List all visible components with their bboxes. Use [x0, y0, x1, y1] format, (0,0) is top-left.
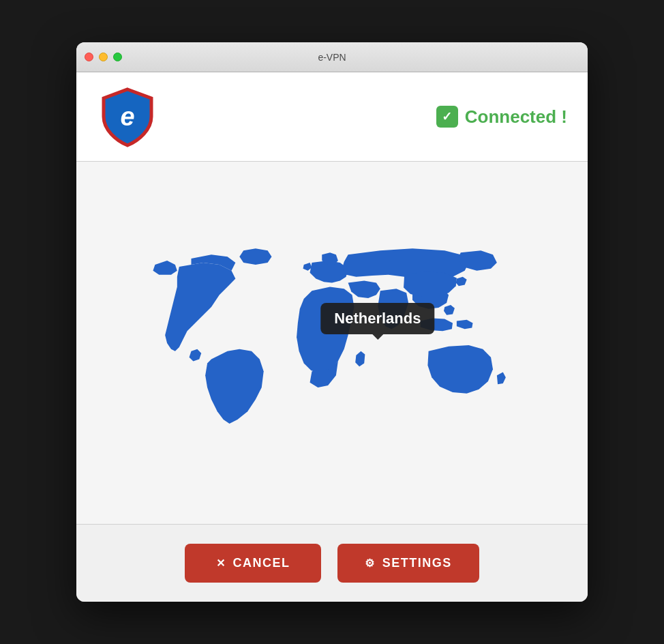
app-window: e-VPN e ✓ Connected !	[76, 42, 588, 602]
svg-text:e: e	[120, 102, 134, 131]
title-bar: e-VPN	[76, 42, 588, 72]
map-container: Netherlands	[90, 175, 574, 510]
status-badge: ✓	[436, 106, 458, 128]
window-title: e-VPN	[318, 52, 346, 63]
settings-button[interactable]: ⚙ SETTINGS	[337, 544, 479, 583]
status-text: Connected !	[465, 106, 567, 128]
settings-icon: ⚙	[365, 557, 376, 570]
cancel-icon: ✕	[216, 557, 226, 570]
header-section: e ✓ Connected !	[76, 72, 588, 162]
world-map[interactable]	[131, 227, 533, 459]
settings-label: SETTINGS	[382, 556, 452, 570]
check-icon: ✓	[442, 109, 452, 124]
button-section: ✕ CANCEL ⚙ SETTINGS	[76, 525, 588, 602]
maximize-button[interactable]	[113, 53, 122, 61]
map-section: Netherlands	[76, 162, 588, 525]
connection-status: ✓ Connected !	[436, 106, 567, 128]
traffic-lights	[85, 53, 122, 61]
minimize-button[interactable]	[99, 53, 108, 61]
close-button[interactable]	[85, 53, 93, 61]
cancel-button[interactable]: ✕ CANCEL	[185, 544, 321, 583]
cancel-label: CANCEL	[232, 556, 290, 570]
logo: e	[97, 86, 158, 147]
